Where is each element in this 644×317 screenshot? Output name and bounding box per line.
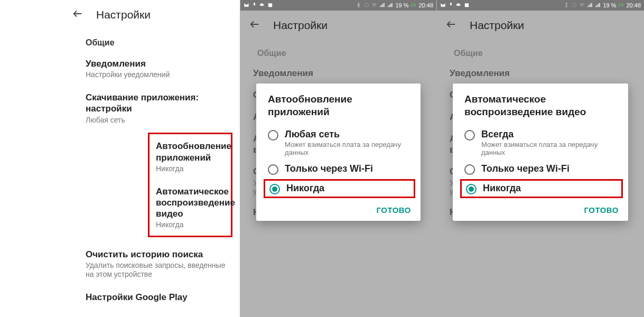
radio-icon (464, 130, 475, 141)
battery-icon (410, 2, 416, 9)
item-notifications[interactable]: Уведомления (437, 62, 644, 84)
item-sub: Никогда (156, 164, 221, 173)
wifi-icon (371, 2, 377, 9)
radio-label: Только через Wi-Fi (481, 163, 617, 174)
dialog-actions: ГОТОВО (453, 199, 628, 217)
item-label: Уведомления (450, 68, 633, 79)
status-bar: 19 % 20:48 (240, 0, 436, 11)
battery-percent: 19 % (395, 2, 408, 8)
mic-icon (448, 2, 454, 9)
radio-sub: Может взиматься плата за передачу данных (481, 141, 617, 157)
section-general: Общие (240, 40, 436, 62)
item-label: Автоматическое воспроизведение видео (156, 186, 221, 220)
highlight-box: Автообновление приложений Никогда Автома… (148, 133, 232, 237)
item-label: Настройки Google Play (86, 292, 230, 303)
section-general: Общие (437, 40, 644, 62)
page-title: Настройки (273, 19, 328, 32)
radio-option-never[interactable]: Никогда (264, 179, 415, 198)
bluetooth-icon (563, 2, 569, 9)
item-sub: Удалить поисковые запросы, введенные на … (86, 261, 230, 279)
item-sub: Настройки уведомлений (86, 70, 230, 79)
radio-icon (464, 164, 475, 175)
signal-icon-2 (387, 2, 393, 9)
radio-sub: Может взиматься плата за передачу данных (285, 141, 409, 157)
item-sub: Никогда (156, 220, 221, 229)
calendar-icon (267, 2, 273, 9)
radio-label: Никогда (286, 183, 409, 194)
item-notifications[interactable]: Уведомления Настройки уведомлений (69, 52, 240, 86)
svg-rect-1 (412, 4, 415, 6)
radio-label: Никогда (483, 183, 617, 194)
dialog-actions: ГОТОВО (256, 199, 421, 217)
sync-icon (363, 2, 369, 9)
radio-label: Всегда (481, 129, 617, 140)
item-label: Скачивание приложения: настройки (86, 92, 230, 115)
radio-icon (269, 184, 280, 194)
page-title: Настройки (96, 8, 151, 21)
item-auto-update[interactable]: Автообновление приложений Никогда (150, 134, 231, 179)
radio-label: Только через Wi-Fi (285, 163, 409, 174)
clock: 20:48 (626, 2, 641, 8)
battery-percent: 19 % (603, 2, 616, 8)
svg-point-3 (572, 3, 576, 6)
mail-icon (244, 2, 249, 9)
svg-rect-5 (623, 4, 623, 5)
radio-option-always[interactable]: Всегда Может взиматься плата за передачу… (453, 126, 628, 160)
radio-icon (268, 130, 278, 141)
clock: 20:48 (418, 2, 433, 8)
radio-option-never[interactable]: Никогда (460, 179, 623, 198)
app-header: Настройки (437, 11, 644, 40)
dialog-title: Автоматическое воспроизведение видео (453, 93, 628, 126)
svg-point-0 (365, 3, 368, 6)
section-general: Общие (0, 30, 240, 52)
settings-list: Уведомления Настройки уведомлений Скачив… (0, 52, 240, 309)
mic-icon (251, 2, 257, 9)
back-arrow-icon[interactable] (249, 18, 260, 32)
svg-rect-2 (415, 4, 416, 5)
bluetooth-icon (356, 2, 361, 9)
battery-icon (618, 2, 624, 9)
page-title: Настройки (470, 19, 524, 32)
app-header: Настройки (0, 0, 240, 30)
calendar-icon (464, 2, 470, 9)
wifi-icon (579, 2, 585, 9)
item-label: Очистить историю поиска (86, 249, 230, 260)
svg-rect-4 (619, 4, 623, 6)
item-label: Автообновление приложений (156, 141, 221, 163)
radio-icon (268, 164, 278, 175)
item-clear-search-history[interactable]: Очистить историю поиска Удалить поисковы… (69, 243, 240, 285)
radio-icon (466, 184, 477, 194)
signal-icon (587, 2, 593, 9)
item-auto-play-video[interactable]: Автоматическое воспроизведение видео Ник… (150, 180, 231, 236)
signal-icon-2 (595, 2, 601, 9)
item-download-prefs[interactable]: Скачивание приложения: настройки Любая с… (69, 86, 240, 130)
back-arrow-icon[interactable] (72, 8, 83, 22)
back-arrow-icon[interactable] (445, 18, 457, 32)
item-google-play-settings[interactable]: Настройки Google Play (69, 285, 240, 309)
done-button[interactable]: ГОТОВО (376, 206, 411, 215)
settings-screen-2: 19 % 20:48 Настройки Общие Уведомления С… (240, 0, 436, 317)
item-notifications[interactable]: Уведомления (240, 62, 436, 84)
item-sub: Любая сеть (86, 116, 230, 125)
cloud-icon (456, 2, 462, 9)
item-label: Уведомления (86, 58, 230, 69)
auto-update-dialog: Автообновление приложений Любая сеть Мож… (256, 83, 421, 221)
radio-label: Любая сеть (285, 129, 409, 140)
item-label: Уведомления (253, 68, 426, 79)
radio-option-wifi-only[interactable]: Только через Wi-Fi (256, 160, 421, 178)
auto-play-dialog: Автоматическое воспроизведение видео Все… (453, 83, 628, 221)
signal-icon (379, 2, 385, 9)
cloud-icon (259, 2, 265, 9)
mail-icon (440, 2, 446, 9)
settings-screen-1: Настройки Общие Уведомления Настройки ув… (0, 0, 240, 317)
settings-screen-3: 19 % 20:48 Настройки Общие Уведомления С… (436, 0, 644, 317)
done-button[interactable]: ГОТОВО (584, 206, 619, 215)
radio-option-wifi-only[interactable]: Только через Wi-Fi (453, 160, 628, 178)
app-header: Настройки (240, 11, 436, 40)
dialog-title: Автообновление приложений (256, 93, 421, 126)
status-bar: 19 % 20:48 (437, 0, 644, 11)
sync-icon (571, 2, 577, 9)
radio-option-any-network[interactable]: Любая сеть Может взиматься плата за пере… (256, 126, 421, 160)
